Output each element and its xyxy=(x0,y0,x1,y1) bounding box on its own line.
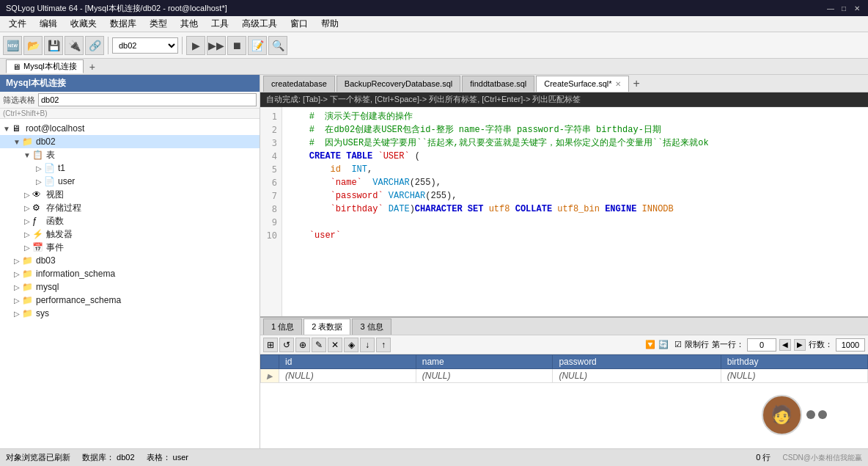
sql-tab-add[interactable]: + xyxy=(630,77,643,90)
tree-mysql[interactable]: ▷ 📁 mysql xyxy=(0,280,260,294)
tree-label-root: root@localhost xyxy=(26,123,84,134)
result-tab-data[interactable]: 2 表数据 xyxy=(304,318,350,335)
result-btn-down[interactable]: ↑ xyxy=(376,338,391,352)
menu-edit[interactable]: 编辑 xyxy=(34,16,63,32)
maximize-button[interactable]: □ xyxy=(839,3,849,13)
next-nav-btn[interactable]: ▶ xyxy=(794,339,806,351)
status-csdn: CSDN@小秦相信我能赢 xyxy=(783,453,863,463)
menu-type[interactable]: 类型 xyxy=(144,16,173,32)
toolbar-stop-btn[interactable]: ⏹ xyxy=(227,36,246,55)
tree-toggle: ▼ xyxy=(22,151,32,159)
limit-label: 限制行 xyxy=(685,339,709,350)
row-count-input[interactable] xyxy=(836,338,865,352)
toolbar-format-btn[interactable]: 📝 xyxy=(248,36,267,55)
toolbar-new-btn[interactable]: 🆕 xyxy=(3,36,22,55)
tree-table-t1[interactable]: ▷ 📄 t1 xyxy=(0,161,260,175)
filter-input[interactable] xyxy=(38,93,257,106)
status-table-value: user xyxy=(173,453,188,462)
tree-label-triggers: 触发器 xyxy=(46,228,73,241)
cell-id[interactable]: (NULL) xyxy=(279,369,416,383)
dot1 xyxy=(806,410,815,419)
tree-procedures[interactable]: ▷ ⚙ 存储过程 xyxy=(0,201,260,214)
filter-icon: 🔽 xyxy=(645,340,655,349)
close-button[interactable]: ✕ xyxy=(852,3,862,13)
tree-toggle: ▷ xyxy=(12,296,22,305)
menu-window[interactable]: 窗口 xyxy=(284,16,314,32)
minimize-button[interactable]: — xyxy=(825,3,836,13)
toolbar-search-btn[interactable]: 🔍 xyxy=(268,36,287,55)
tree-db03[interactable]: ▷ 📁 db03 xyxy=(0,254,260,267)
cell-name[interactable]: (NULL) xyxy=(416,369,553,383)
col-header-password[interactable]: password xyxy=(553,355,721,369)
cell-birthday[interactable]: (NULL) xyxy=(721,369,867,383)
tree-db02[interactable]: ▼ 📁 db02 xyxy=(0,135,260,148)
sql-tab-close[interactable]: ✕ xyxy=(615,80,621,88)
result-btn-refresh[interactable]: ↺ xyxy=(279,338,294,352)
toolbar-run-btn[interactable]: ▶ xyxy=(186,36,205,55)
toolbar-save-btn[interactable]: 💾 xyxy=(44,36,63,55)
result-btn-add[interactable]: ⊕ xyxy=(295,338,310,352)
tree-table-user[interactable]: ▷ 📄 user xyxy=(0,175,260,188)
filter-label: 筛选表格 xyxy=(3,95,35,106)
tree-information-schema[interactable]: ▷ 📁 information_schema xyxy=(0,267,260,280)
result-btn-edit[interactable]: ✎ xyxy=(312,338,326,352)
menu-tools[interactable]: 工具 xyxy=(205,16,235,32)
tree-label-user: user xyxy=(58,176,75,186)
menu-advanced-tools[interactable]: 高级工具 xyxy=(236,16,283,32)
tree-toggle: ▷ xyxy=(12,283,22,291)
tree-views[interactable]: ▷ 👁 视图 xyxy=(0,188,260,201)
toolbar-disconnect-btn[interactable]: 🔗 xyxy=(85,36,104,55)
tree-events[interactable]: ▷ 📅 事件 xyxy=(0,241,260,254)
prev-nav-btn[interactable]: ◀ xyxy=(779,339,791,351)
menu-help[interactable]: 帮助 xyxy=(315,16,345,32)
table-row[interactable]: ▶ (NULL) (NULL) (NULL) (NULL) xyxy=(261,369,868,383)
result-btn-up[interactable]: ↓ xyxy=(360,338,375,352)
tree-functions[interactable]: ▷ ƒ 函数 xyxy=(0,214,260,227)
menu-favorites[interactable]: 收藏夹 xyxy=(65,16,103,32)
toolbar-open-btn[interactable]: 📂 xyxy=(23,36,43,55)
left-panel: Mysql本机连接 筛选表格 (Ctrl+Shift+B) ▼ 🖥 root@l… xyxy=(0,75,260,448)
tree-root[interactable]: ▼ 🖥 root@localhost xyxy=(0,122,260,135)
status-table-label: 表格： xyxy=(147,453,171,462)
col-header-name[interactable]: name xyxy=(416,355,553,369)
code-area[interactable]: # 演示关于创建表的操作 # 在db02创建表USER包含id-整形 name-… xyxy=(282,107,868,316)
toolbar-sep1 xyxy=(108,37,108,54)
sql-tab-finddtatbase[interactable]: finddtatbase.sql xyxy=(462,76,534,92)
tree-toggle: ▷ xyxy=(34,164,44,172)
database-selector[interactable]: db02 xyxy=(112,37,178,54)
sql-tab-createdatabase[interactable]: createdatabase xyxy=(263,76,335,92)
col-header-birthday[interactable]: birthday xyxy=(721,355,867,369)
status-rows: 0 行 xyxy=(756,452,770,463)
tree-container[interactable]: ▼ 🖥 root@localhost ▼ 📁 db02 ▼ 📋 表 ▷ 📄 t1 xyxy=(0,119,260,448)
tables-icon: 📋 xyxy=(32,150,44,160)
connection-label: Mysql本机连接 xyxy=(6,78,66,88)
result-btn-delete[interactable]: ✕ xyxy=(328,338,342,352)
result-tab-info[interactable]: 1 信息 xyxy=(263,318,302,335)
tree-triggers[interactable]: ▷ ⚡ 触发器 xyxy=(0,227,260,241)
result-tab-info2[interactable]: 3 信息 xyxy=(352,318,391,335)
menu-database[interactable]: 数据库 xyxy=(104,16,142,32)
first-row-input[interactable] xyxy=(747,338,776,352)
tree-toggle: ▷ xyxy=(22,191,32,199)
db-tab-add[interactable]: + xyxy=(87,61,98,73)
status-db: 数据库： db02 xyxy=(82,452,135,463)
tree-sys[interactable]: ▷ 📁 sys xyxy=(0,307,260,320)
cell-password[interactable]: (NULL) xyxy=(553,369,721,383)
result-btn-export[interactable]: ◈ xyxy=(344,338,358,352)
tree-performance-schema[interactable]: ▷ 📁 performance_schema xyxy=(0,294,260,307)
db-tab-bar: 🖥 Mysql本机连接 + xyxy=(0,59,868,75)
menu-other[interactable]: 其他 xyxy=(174,16,204,32)
col-header-id[interactable]: id xyxy=(279,355,416,369)
result-btn-grid[interactable]: ⊞ xyxy=(263,338,278,352)
sql-tab-createsurface[interactable]: CreateSurface.sql* ✕ xyxy=(536,76,628,92)
menu-file[interactable]: 文件 xyxy=(3,16,32,32)
toolbar-connect-btn[interactable]: 🔌 xyxy=(65,36,84,55)
toolbar-run-all-btn[interactable]: ▶▶ xyxy=(207,36,226,55)
tree-tables[interactable]: ▼ 📋 表 xyxy=(0,148,260,161)
first-row-label: 第一行： xyxy=(712,339,744,350)
limit-checkbox[interactable]: ☑ xyxy=(674,340,682,349)
status-message: 对象浏览器已刷新 xyxy=(6,452,70,463)
db-connection-tab[interactable]: 🖥 Mysql本机连接 xyxy=(6,59,84,73)
sql-tab-backup[interactable]: BackupRecoveryDatabase.sql xyxy=(336,76,460,92)
result-nav: 🔽 🔄 ☑ 限制行 第一行： ◀ ▶ 行数： xyxy=(645,338,865,352)
